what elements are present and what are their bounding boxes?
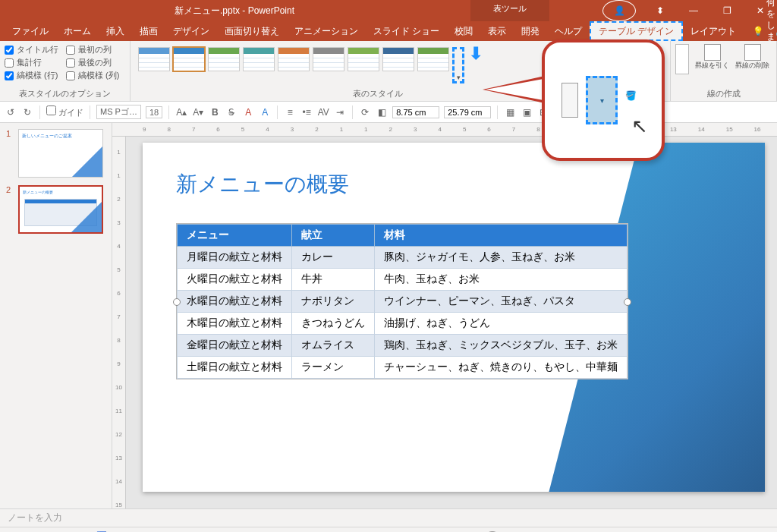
table-cell[interactable]: 牛肉、玉ねぎ、お米 — [375, 269, 628, 291]
table-cell[interactable]: 金曜日の献立と材料 — [178, 335, 292, 357]
strikethrough-icon[interactable]: S̶ — [225, 106, 238, 118]
tab-home[interactable]: ホーム — [56, 21, 99, 41]
contextual-tab-label: 表ツール — [470, 0, 549, 21]
opt-total-row[interactable]: 集計行 — [5, 57, 58, 68]
slide-title[interactable]: 新メニューの概要 — [143, 143, 765, 211]
table-cell[interactable]: 木曜日の献立と材料 — [178, 313, 292, 335]
tab-transitions[interactable]: 画面切り替え — [217, 21, 287, 41]
slide[interactable]: 新メニューの概要 メニュー 献立 材料 月曜日の献立と材料カレー豚肉、ジャガイモ… — [143, 143, 765, 492]
table-cell[interactable]: 月曜日の献立と材料 — [178, 247, 292, 269]
opt-last-col[interactable]: 最後の列 — [66, 57, 119, 68]
table-cell[interactable]: ラーメン — [292, 357, 375, 379]
th-ingredients[interactable]: 材料 — [375, 225, 628, 247]
table-style-9[interactable] — [417, 47, 449, 71]
eraser-button[interactable]: 罫線の削除 — [735, 44, 769, 69]
tab-view[interactable]: 表示 — [480, 21, 514, 41]
tab-file[interactable]: ファイル — [5, 21, 56, 41]
tab-help[interactable]: ヘルプ — [547, 21, 590, 41]
status-bar: スライド 2/2 日本語 ♿ アクセシビリティ: 問題ありません ≐ ノート 💬… — [0, 527, 777, 532]
restore-button[interactable]: ❐ — [710, 0, 744, 21]
tab-insert[interactable]: 挿入 — [99, 21, 132, 41]
table-cell[interactable]: 油揚げ、ねぎ、うどん — [375, 313, 628, 335]
tab-design[interactable]: デザイン — [165, 21, 217, 41]
qat-redo-icon[interactable]: ↻ — [21, 106, 33, 118]
font-name[interactable]: MS Pゴ… — [96, 105, 141, 119]
table-cell[interactable]: 土曜日の献立と材料 — [178, 357, 292, 379]
qat-undo-icon[interactable]: ↺ — [5, 106, 17, 118]
table-cell[interactable]: 水曜日の献立と材料 — [178, 291, 292, 313]
account-icon[interactable]: 👤 — [602, 0, 636, 21]
table-cell[interactable]: 牛丼 — [292, 269, 375, 291]
table-style-4[interactable] — [243, 47, 275, 71]
shape-width[interactable] — [444, 106, 491, 118]
table-row[interactable]: 火曜日の献立と材料牛丼牛肉、玉ねぎ、お米 — [178, 269, 628, 291]
tab-table-design[interactable]: テーブル デザイン — [590, 21, 683, 41]
table-style-7[interactable] — [348, 47, 379, 71]
slide-thumb-2[interactable]: 2 新メニューの概要 — [6, 185, 105, 234]
increase-font-icon[interactable]: A▴ — [175, 106, 187, 118]
table-cell[interactable]: 豚肉、ジャガイモ、人参、玉ねぎ、お米 — [375, 247, 628, 269]
opt-first-col[interactable]: 最初の列 — [66, 44, 119, 55]
table-style-6[interactable] — [313, 47, 344, 71]
table-cell[interactable]: チャーシュー、ねぎ、焼きのり、もやし、中華麺 — [375, 357, 628, 379]
table-row[interactable]: 土曜日の献立と材料ラーメンチャーシュー、ねぎ、焼きのり、もやし、中華麺 — [178, 357, 628, 379]
menu-table[interactable]: メニュー 献立 材料 月曜日の献立と材料カレー豚肉、ジャガイモ、人参、玉ねぎ、お… — [177, 224, 628, 379]
table-style-5[interactable] — [278, 47, 310, 71]
rotate-icon[interactable]: ⟳ — [359, 106, 371, 118]
font-color-icon[interactable]: A — [242, 106, 254, 118]
table-cell[interactable]: ナポリタン — [292, 291, 375, 313]
table-style-3[interactable] — [208, 47, 240, 71]
tab-layout[interactable]: レイアウト — [683, 21, 744, 41]
table-style-1[interactable] — [138, 47, 170, 71]
draw-table-button[interactable]: 罫線を引く — [695, 44, 729, 69]
table-style-8[interactable] — [382, 47, 414, 71]
tab-developer[interactable]: 開発 — [514, 21, 547, 41]
opt-banded-cols[interactable]: 縞模様 (列) — [66, 70, 119, 81]
tab-animations[interactable]: アニメーション — [287, 21, 366, 41]
tab-draw[interactable]: 描画 — [132, 21, 165, 41]
text-highlight-icon[interactable]: A — [259, 106, 271, 118]
table-cell[interactable]: カレー — [292, 247, 375, 269]
work-area: 1 新しいメニューのご提案 2 新メニューの概要 987654321123456… — [0, 123, 777, 508]
bullets-icon[interactable]: •≡ — [300, 106, 313, 118]
table-selection[interactable]: メニュー 献立 材料 月曜日の献立と材料カレー豚肉、ジャガイモ、人参、玉ねぎ、お… — [176, 223, 628, 379]
table-cell[interactable]: 火曜日の献立と材料 — [178, 269, 292, 291]
minimize-button[interactable]: — — [677, 0, 710, 21]
shape-height[interactable] — [392, 106, 439, 118]
th-dish[interactable]: 献立 — [292, 225, 375, 247]
font-size[interactable]: 18 — [146, 106, 162, 118]
table-cell[interactable]: きつねうどん — [292, 313, 375, 335]
crop-icon[interactable]: ◧ — [376, 106, 388, 118]
guide-checkbox[interactable]: ガイド — [46, 105, 83, 118]
table-cell[interactable]: オムライス — [292, 335, 375, 357]
table-style-options-group: タイトル行 集計行 縞模様 (行) 最初の列 最後の列 縞模様 (列) 表スタイ… — [0, 41, 131, 101]
arrange-icon[interactable]: ▦ — [504, 106, 516, 118]
styles-more-callout: ▾ 🪣 ↖ — [542, 39, 665, 161]
table-styles-more[interactable]: ▾ — [452, 47, 464, 83]
align-left-icon[interactable]: ≡ — [284, 106, 296, 118]
tab-slideshow[interactable]: スライド ショー — [366, 21, 447, 41]
decrease-font-icon[interactable]: A▾ — [192, 106, 204, 118]
bold-icon[interactable]: B — [209, 106, 221, 118]
table-style-2[interactable] — [173, 47, 205, 71]
pen-style-icon[interactable] — [675, 44, 689, 74]
table-cell[interactable]: 鶏肉、玉ねぎ、ミックスベジタブル、玉子、お米 — [375, 335, 628, 357]
callout-more-button[interactable]: ▾ — [586, 76, 618, 124]
table-row[interactable]: 金曜日の献立と材料オムライス鶏肉、玉ねぎ、ミックスベジタブル、玉子、お米 — [178, 335, 628, 357]
tab-review[interactable]: 校閲 — [447, 21, 480, 41]
ribbon-display-options[interactable]: ⬍ — [643, 0, 677, 21]
line-spacing-icon[interactable]: AV — [317, 106, 329, 118]
table-row[interactable]: 水曜日の献立と材料ナポリタンウインナー、ピーマン、玉ねぎ、パスタ — [178, 291, 628, 313]
table-row[interactable]: 月曜日の献立と材料カレー豚肉、ジャガイモ、人参、玉ねぎ、お米 — [178, 247, 628, 269]
annotation-arrow-icon: ⬇ — [469, 44, 483, 64]
notes-pane[interactable]: ノートを入力 — [0, 508, 777, 527]
callout-scroll-up[interactable] — [562, 83, 578, 118]
indent-icon[interactable]: ⇥ — [334, 106, 346, 118]
th-menu[interactable]: メニュー — [178, 225, 292, 247]
opt-header-row[interactable]: タイトル行 — [5, 44, 58, 55]
group-icon[interactable]: ▣ — [521, 106, 533, 118]
table-cell[interactable]: ウインナー、ピーマン、玉ねぎ、パスタ — [375, 291, 628, 313]
table-row[interactable]: 木曜日の献立と材料きつねうどん油揚げ、ねぎ、うどん — [178, 313, 628, 335]
opt-banded-rows[interactable]: 縞模様 (行) — [5, 70, 58, 81]
slide-thumb-1[interactable]: 1 新しいメニューのご提案 — [6, 129, 105, 178]
